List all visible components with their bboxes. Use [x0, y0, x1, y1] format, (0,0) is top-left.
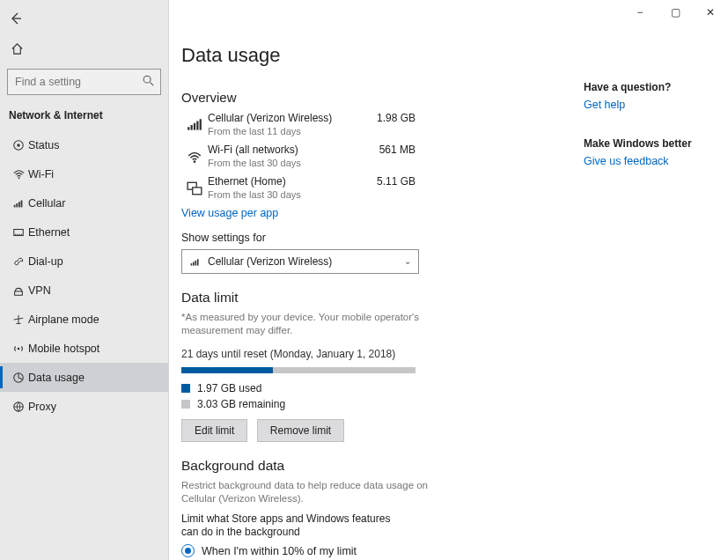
arrow-left-icon: [8, 11, 22, 26]
svg-rect-24: [197, 259, 199, 265]
maximize-button[interactable]: ▢: [658, 0, 693, 25]
svg-point-18: [194, 160, 196, 163]
background-data-question: Limit what Store apps and Windows featur…: [181, 512, 393, 539]
dropdown-value: Cellular (Verizon Wireless): [208, 255, 332, 268]
background-data-desc: Restrict background data to help reduce …: [181, 479, 435, 505]
home-icon: [11, 42, 24, 55]
sidebar-item-label: Status: [28, 139, 59, 151]
radio-icon: [181, 544, 195, 557]
sidebar-item-dialup[interactable]: Dial-up: [0, 247, 168, 276]
svg-point-10: [18, 347, 20, 350]
usage-amount: 5.11 GB: [377, 175, 415, 188]
ethernet-icon: [9, 226, 28, 239]
sidebar-item-ethernet[interactable]: Ethernet: [0, 217, 168, 247]
cellular-icon: [181, 117, 208, 133]
data-usage-icon: [9, 372, 28, 384]
status-icon: [9, 139, 28, 151]
search-input[interactable]: [7, 69, 161, 95]
usage-row-wifi: Wi-Fi (all networks) From the last 30 da…: [181, 144, 415, 170]
svg-rect-17: [200, 119, 202, 129]
svg-rect-16: [196, 122, 198, 130]
proxy-icon: [9, 401, 28, 413]
svg-rect-21: [191, 263, 193, 265]
svg-rect-20: [193, 188, 202, 195]
sidebar-item-label: VPN: [28, 284, 51, 297]
airplane-icon: [9, 313, 28, 326]
usage-name: Wi-Fi (all networks): [208, 144, 301, 157]
sidebar-item-status[interactable]: Status: [0, 130, 168, 159]
legend-used: 1.97 GB used: [181, 382, 573, 394]
legend-remaining: 3.03 GB remaining: [181, 398, 573, 410]
sidebar-item-label: Airplane mode: [28, 313, 99, 326]
main-content: Data usage Overview Cellular (Verizon Wi…: [181, 44, 573, 560]
radio-label: When I'm within 10% of my limit: [202, 545, 357, 557]
help-panel: Have a question? Get help Make Windows b…: [584, 81, 716, 194]
feedback-heading: Make Windows better: [584, 137, 716, 150]
minimize-button[interactable]: −: [622, 0, 658, 25]
sidebar-item-label: Mobile hotspot: [28, 343, 99, 355]
progress-fill: [181, 367, 273, 373]
sidebar-item-cellular[interactable]: Cellular: [0, 188, 168, 217]
usage-amount: 561 MB: [379, 144, 415, 156]
svg-rect-4: [14, 204, 16, 207]
sidebar-item-proxy[interactable]: Proxy: [0, 392, 168, 421]
sidebar-item-vpn[interactable]: VPN: [0, 276, 168, 305]
usage-period: From the last 11 days: [208, 125, 332, 138]
usage-row-ethernet: Ethernet (Home) From the last 30 days 5.…: [181, 175, 415, 202]
give-feedback-link[interactable]: Give us feedback: [584, 155, 716, 167]
help-heading: Have a question?: [584, 81, 716, 93]
wifi-icon: [181, 149, 208, 165]
usage-name: Cellular (Verizon Wireless): [208, 112, 332, 125]
sidebar-item-hotspot[interactable]: Mobile hotspot: [0, 334, 168, 363]
remove-limit-button[interactable]: Remove limit: [257, 419, 344, 442]
vpn-icon: [9, 284, 28, 297]
svg-point-0: [143, 76, 151, 83]
wifi-icon: [9, 167, 28, 181]
sidebar-item-label: Ethernet: [28, 226, 70, 239]
svg-point-2: [17, 144, 20, 147]
data-limit-heading: Data limit: [181, 290, 573, 306]
svg-rect-23: [195, 260, 197, 265]
sidebar: Network & Internet Status Wi-Fi Cellular…: [0, 0, 169, 560]
svg-rect-13: [188, 127, 189, 129]
get-help-link[interactable]: Get help: [584, 99, 716, 111]
cellular-icon: [9, 197, 28, 210]
dialup-icon: [9, 255, 28, 268]
svg-rect-22: [193, 262, 195, 265]
edit-limit-button[interactable]: Edit limit: [181, 419, 247, 442]
sidebar-item-data-usage[interactable]: Data usage: [0, 363, 168, 392]
view-usage-per-app-link[interactable]: View usage per app: [181, 207, 573, 219]
svg-rect-14: [191, 125, 193, 130]
network-dropdown[interactable]: Cellular (Verizon Wireless) ⌄: [181, 249, 419, 274]
sidebar-category: Network & Internet: [0, 104, 168, 130]
svg-rect-6: [18, 202, 20, 207]
usage-period: From the last 30 days: [208, 188, 301, 202]
usage-row-cellular: Cellular (Verizon Wireless) From the las…: [181, 112, 415, 138]
usage-amount: 1.98 GB: [377, 112, 415, 124]
svg-rect-7: [21, 200, 23, 207]
close-button[interactable]: ✕: [693, 0, 728, 25]
radio-within-10[interactable]: When I'm within 10% of my limit: [181, 544, 573, 557]
reset-text: 21 days until reset (Monday, January 1, …: [181, 348, 573, 360]
svg-point-3: [18, 177, 19, 179]
hotspot-icon: [9, 343, 28, 355]
show-settings-for-label: Show settings for: [181, 232, 573, 244]
sidebar-item-label: Wi-Fi: [28, 168, 54, 181]
sidebar-item-airplane[interactable]: Airplane mode: [0, 305, 168, 334]
sidebar-item-label: Cellular: [28, 197, 65, 210]
background-data-heading: Background data: [181, 458, 573, 474]
back-button[interactable]: [0, 4, 30, 33]
ethernet-icon: [181, 181, 208, 196]
sidebar-item-wifi[interactable]: Wi-Fi: [0, 159, 168, 188]
measure-note: *As measured by your device. Your mobile…: [181, 311, 421, 337]
svg-rect-9: [15, 291, 23, 294]
home-button[interactable]: [2, 33, 32, 63]
sidebar-item-label: Data usage: [28, 372, 85, 384]
usage-period: From the last 30 days: [208, 157, 301, 170]
svg-rect-5: [16, 203, 18, 207]
page-title: Data usage: [181, 44, 573, 67]
search-icon: [142, 74, 154, 86]
data-limit-progress: [181, 367, 415, 373]
overview-heading: Overview: [181, 90, 573, 105]
chevron-down-icon: ⌄: [404, 256, 411, 266]
